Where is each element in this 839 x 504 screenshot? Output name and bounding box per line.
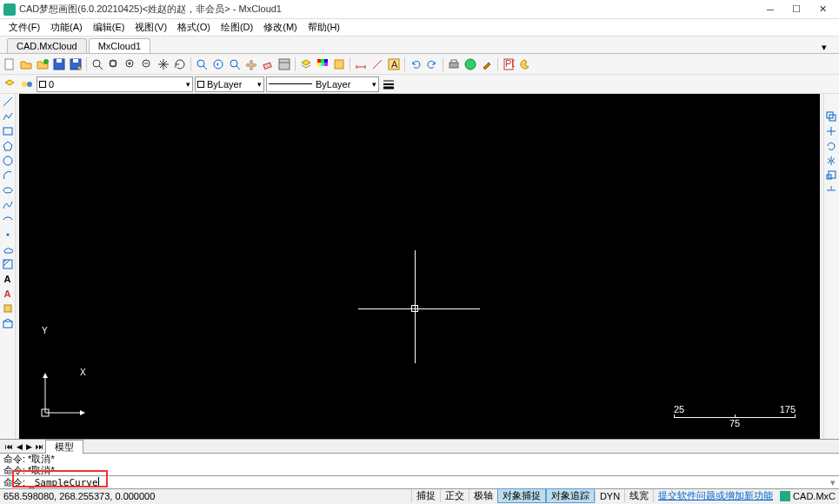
dyn-toggle[interactable]: DYN: [595, 491, 624, 501]
color-button[interactable]: [315, 56, 330, 72]
tab-first[interactable]: ⏮: [3, 442, 15, 451]
svg-line-19: [236, 66, 240, 70]
cloud-tool[interactable]: [2, 243, 14, 255]
svg-point-42: [27, 82, 32, 87]
maximize-button[interactable]: ☐: [783, 1, 809, 18]
menu-help[interactable]: 帮助(H): [303, 19, 345, 36]
polar-toggle[interactable]: 极轴: [469, 489, 497, 502]
mirror-tool[interactable]: [826, 156, 838, 168]
text-button[interactable]: A: [386, 56, 402, 72]
svg-line-53: [3, 260, 10, 266]
menu-draw[interactable]: 绘图(D): [216, 19, 258, 36]
main-toolbar: A PDF: [0, 54, 839, 75]
recent-button[interactable]: [35, 56, 50, 72]
palette-icon[interactable]: [517, 56, 533, 72]
doc-tabs-expand[interactable]: ▾: [816, 42, 832, 53]
insert-tool[interactable]: [2, 302, 14, 315]
tab-last[interactable]: ⏭: [34, 442, 45, 451]
pdf-icon[interactable]: PDF: [501, 56, 516, 72]
scale-tool[interactable]: [826, 170, 838, 182]
layer-state-button[interactable]: [19, 76, 35, 92]
otrack-toggle[interactable]: 对象追踪: [546, 488, 595, 503]
move-tool[interactable]: [826, 126, 838, 138]
svg-rect-54: [4, 305, 11, 312]
zoom-in-button[interactable]: [123, 56, 138, 72]
zoom-window-button[interactable]: [90, 56, 105, 72]
crosshair-pickbox: [411, 305, 418, 312]
arc-tool[interactable]: [2, 169, 14, 182]
zoom-extents-button[interactable]: [106, 56, 122, 72]
linetype-combo[interactable]: ByLayer ▾: [266, 76, 379, 92]
circle-tool[interactable]: [2, 155, 14, 167]
saveas-button[interactable]: [68, 56, 83, 72]
trim-tool[interactable]: [826, 185, 838, 197]
drawing-canvas[interactable]: Y X 25175 75: [19, 94, 820, 439]
open-button[interactable]: [18, 56, 34, 72]
close-button[interactable]: ✕: [809, 1, 836, 18]
new-button[interactable]: [2, 56, 17, 72]
redo-button[interactable]: [424, 56, 440, 72]
dim-align-button[interactable]: [370, 56, 385, 72]
hatch-tool[interactable]: [2, 258, 14, 270]
save-button[interactable]: [51, 56, 67, 72]
ellipse-arc-tool[interactable]: [2, 214, 14, 226]
feedback-link[interactable]: 提交软件问题或增加新功能: [653, 489, 777, 502]
menu-format[interactable]: 格式(O): [172, 19, 216, 36]
zoom-out-button[interactable]: [139, 56, 155, 72]
svg-rect-25: [324, 59, 328, 63]
zoom-realtime-button[interactable]: [194, 56, 210, 72]
pan-button[interactable]: [156, 56, 171, 72]
ortho-toggle[interactable]: 正交: [440, 489, 469, 502]
layer-button[interactable]: [298, 56, 314, 72]
doc-tab-2[interactable]: MxCloud1: [89, 38, 151, 53]
world-icon[interactable]: [463, 56, 478, 72]
lineweight-button[interactable]: [381, 76, 396, 92]
print-button[interactable]: [446, 56, 462, 72]
zoom-prev-button[interactable]: [210, 56, 226, 72]
erase-button[interactable]: [260, 56, 276, 72]
ellipse-tool[interactable]: [2, 184, 14, 196]
spline-tool[interactable]: [2, 199, 14, 211]
model-tab[interactable]: 模型: [45, 440, 83, 454]
rotate-tool[interactable]: [826, 141, 838, 153]
regen-button[interactable]: [172, 56, 188, 72]
color-combo[interactable]: ByLayer ▾: [195, 76, 264, 92]
svg-point-48: [3, 156, 12, 165]
snap-toggle[interactable]: 捕捉: [411, 489, 440, 502]
menu-function[interactable]: 功能(A): [45, 19, 88, 36]
lineweight-toggle[interactable]: 线宽: [624, 489, 653, 502]
zoom-all-button[interactable]: [227, 56, 243, 72]
layer-manager-button[interactable]: [2, 76, 17, 92]
block-button[interactable]: [331, 56, 347, 72]
text-tool[interactable]: A: [2, 273, 14, 285]
command-input[interactable]: [29, 477, 98, 488]
undo-button[interactable]: [408, 56, 423, 72]
coordinates: 658.598080, 268.255373, 0.000000: [3, 491, 155, 501]
menu-view[interactable]: 视图(V): [130, 19, 172, 36]
properties-button[interactable]: [276, 56, 292, 72]
block-tool[interactable]: [2, 317, 14, 329]
menu-modify[interactable]: 修改(M): [258, 19, 303, 36]
doc-tab-1[interactable]: CAD.MxCloud: [7, 38, 87, 53]
menu-file[interactable]: 文件(F): [3, 19, 45, 36]
copy-tool[interactable]: [826, 111, 838, 123]
scroll-down-icon[interactable]: ▾: [830, 477, 836, 488]
minimize-button[interactable]: ─: [757, 1, 783, 18]
tab-prev[interactable]: ◀: [15, 442, 24, 451]
menu-edit[interactable]: 编辑(E): [88, 19, 130, 36]
brush-icon[interactable]: [479, 56, 495, 72]
polyline-tool[interactable]: [2, 110, 14, 123]
history-line: 命令: *取消*: [3, 454, 836, 465]
pan-realtime-button[interactable]: [243, 56, 259, 72]
layer-combo[interactable]: 0 ▾: [37, 76, 193, 92]
tab-next[interactable]: ▶: [24, 442, 34, 451]
osnap-toggle[interactable]: 对象捕捉: [497, 488, 546, 503]
rect-tool[interactable]: [2, 125, 14, 137]
line-tool[interactable]: [2, 96, 14, 108]
polygon-tool[interactable]: [2, 140, 14, 152]
point-tool[interactable]: [2, 229, 14, 241]
dim-linear-button[interactable]: [353, 56, 369, 72]
svg-rect-9: [110, 61, 116, 66]
left-toolbar: A A: [0, 94, 16, 439]
mtext-tool[interactable]: A: [2, 288, 14, 300]
